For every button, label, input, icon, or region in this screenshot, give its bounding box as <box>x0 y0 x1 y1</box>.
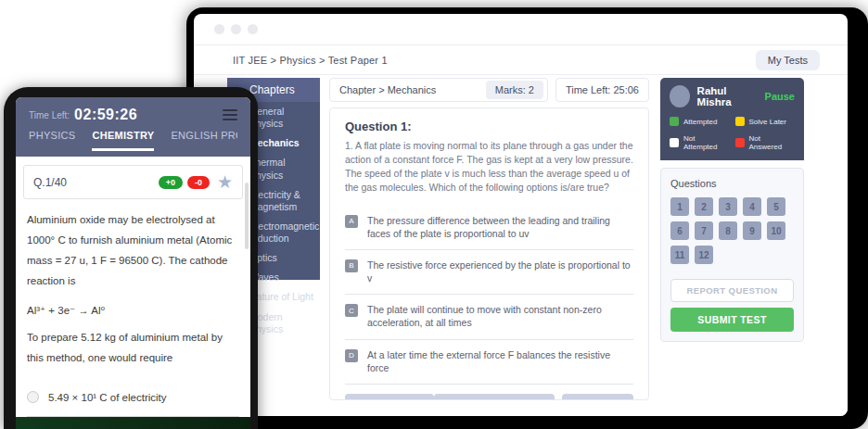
option-text: At a later time the external force F bal… <box>367 348 633 374</box>
positive-marks-badge: +0 <box>159 176 183 189</box>
question-panel-header: Chapter > Mechanics Marks: 2 Time Left: … <box>329 78 649 102</box>
question-number-cell[interactable]: 1 <box>670 197 689 216</box>
option-text: The plate will continue to move with con… <box>367 303 633 329</box>
phone-bottom-bar <box>16 417 250 429</box>
legend-swatch <box>670 138 679 147</box>
question-panel: Chapter > Mechanics Marks: 2 Time Left: … <box>329 78 649 416</box>
option-text: The resistive force experienced by the p… <box>367 259 633 284</box>
avatar <box>670 85 690 107</box>
phone-option-text: 5.49 × 10¹ C of electricity <box>48 392 167 403</box>
negative-marks-badge: -0 <box>187 176 210 189</box>
question-number-cell[interactable]: 5 <box>767 197 785 216</box>
report-question-button[interactable]: REPORT QUESTION <box>670 279 794 302</box>
phone-frame: Time Left: 02:59:26 PHYSICS CHEMISTRY EN… <box>4 87 258 429</box>
save-next-button[interactable]: Save & Next <box>562 394 633 400</box>
answer-option-row[interactable]: C The plate will continue to move with c… <box>345 295 633 339</box>
window-minimize-button[interactable] <box>231 24 241 34</box>
subject-tab[interactable]: ENGLISH PROFICIENCY <box>171 130 237 151</box>
app-content: Chapters General Physics Mechanics Therm… <box>194 75 848 416</box>
question-number-cell[interactable]: 4 <box>743 197 761 216</box>
question-number-cell[interactable]: 8 <box>719 221 737 240</box>
legend-item: Not Attempted <box>670 134 730 151</box>
browser-window: IIT JEE > Physics > Test Paper 1 My Test… <box>194 14 848 416</box>
phone-time-left-value: 02:59:26 <box>74 107 137 123</box>
answer-option-row[interactable]: B The resistive force experienced by the… <box>345 250 633 295</box>
legend-item: Solve Later <box>735 117 796 126</box>
screenshot-stage: IIT JEE > Physics > Test Paper 1 My Test… <box>0 0 868 429</box>
window-maximize-button[interactable] <box>248 24 258 34</box>
option-letter-badge: A <box>345 215 358 228</box>
user-card: Rahul Mishra Pause Attempted <box>660 78 804 160</box>
question-number-cell[interactable]: 9 <box>743 221 761 240</box>
question-number-cell[interactable]: 11 <box>670 246 689 264</box>
bookmark-star-icon[interactable]: ★ <box>217 173 233 191</box>
my-tests-button[interactable]: My Tests <box>756 50 820 70</box>
phone-time-left-label: Time Left: <box>29 110 70 120</box>
legend-swatch <box>735 138 745 147</box>
legend-item: Attempted <box>670 117 730 126</box>
question-number-cell[interactable]: 7 <box>695 221 713 240</box>
phone-formula: Al³⁺ + 3e⁻ → Al⁰ <box>23 304 243 317</box>
answer-option-row[interactable]: D At a later time the external force F b… <box>345 340 633 385</box>
answer-options: A The pressure difference between the le… <box>345 206 633 385</box>
phone-answer-option[interactable]: 5.49 × 10¹ C of electricity <box>27 378 239 417</box>
question-number-cell[interactable]: 12 <box>695 246 713 264</box>
question-title: Question 1: <box>345 120 633 133</box>
user-name: Rahul Mishra <box>697 85 758 107</box>
phone-screen: Time Left: 02:59:26 PHYSICS CHEMISTRY EN… <box>16 97 250 429</box>
question-number-cell[interactable]: 3 <box>719 197 737 216</box>
phone-scrollbar[interactable] <box>245 183 249 249</box>
legend-swatch <box>735 117 745 126</box>
questions-title: Questions <box>670 178 794 189</box>
option-letter-badge: B <box>345 259 358 272</box>
legend-label: Attempted <box>683 118 717 126</box>
hamburger-menu-icon[interactable] <box>223 109 237 120</box>
breadcrumb-bar: IIT JEE > Physics > Test Paper 1 My Test… <box>194 45 848 75</box>
question-number-grid: 1 2 3 4 5 6 7 <box>670 197 794 264</box>
subject-tab[interactable]: PHYSICS <box>29 130 75 151</box>
question-text: 1. A flat plate is moving normal to its … <box>345 139 633 195</box>
window-close-button[interactable] <box>214 24 224 34</box>
option-letter-badge: C <box>345 304 358 317</box>
legend-swatch <box>670 117 679 126</box>
question-counter: Q.1/40 <box>33 176 67 189</box>
pause-button[interactable]: Pause <box>765 91 795 102</box>
questions-card: Questions 1 2 3 4 5 <box>660 168 804 342</box>
status-panel: Rahul Mishra Pause Attempted <box>660 78 804 416</box>
time-left-badge: Time Left: 25:06 <box>555 78 649 102</box>
chapter-breadcrumb-bar: Chapter > Mechanics Marks: 2 <box>329 78 548 102</box>
answer-option-row[interactable]: A The pressure difference between the le… <box>345 206 633 250</box>
question-number-cell[interactable]: 6 <box>670 221 689 240</box>
question-number-cell[interactable]: 10 <box>767 221 785 240</box>
legend-item: Not Answered <box>735 134 796 151</box>
subject-tab[interactable]: CHEMISTRY <box>92 130 154 151</box>
submit-test-button[interactable]: SUBMIT TEST <box>670 308 794 332</box>
browser-chrome <box>194 14 848 45</box>
option-letter-badge: D <box>345 349 358 362</box>
legend-label: Not Answered <box>749 134 796 151</box>
phone-question-header: Q.1/40 +0 -0 ★ <box>23 165 243 199</box>
phone-question-text2: To prepare 5.12 kg of aluminium metal by… <box>23 328 243 369</box>
breadcrumb[interactable]: IIT JEE > Physics > Test Paper 1 <box>233 55 388 66</box>
chapter-breadcrumb: Chapter > Mechanics <box>339 84 436 95</box>
subject-tabs: PHYSICS CHEMISTRY ENGLISH PROFICIENCY <box>29 130 237 151</box>
option-text: The pressure difference between the lead… <box>367 214 633 240</box>
solve-later-button[interactable]: Solve this question later <box>434 394 555 400</box>
question-number-cell[interactable]: 2 <box>695 197 713 216</box>
question-card: Question 1: 1. A flat plate is moving no… <box>329 107 649 400</box>
question-actions: Clear Response Solve this question later… <box>345 385 633 400</box>
phone-question-text: Aluminium oxide may be electrolysed at 1… <box>23 210 243 291</box>
legend-label: Solve Later <box>749 118 786 126</box>
marks-badge: Marks: 2 <box>486 81 543 99</box>
phone-header: Time Left: 02:59:26 PHYSICS CHEMISTRY EN… <box>16 97 250 157</box>
legend-label: Not Attempted <box>683 134 730 151</box>
radio-button-icon <box>27 391 39 403</box>
phone-question-area: Q.1/40 +0 -0 ★ Aluminium oxide may be el… <box>16 157 250 429</box>
clear-response-button[interactable]: Clear Response <box>345 394 434 400</box>
status-legend: Attempted Solve Later Not Attempted <box>670 117 795 151</box>
